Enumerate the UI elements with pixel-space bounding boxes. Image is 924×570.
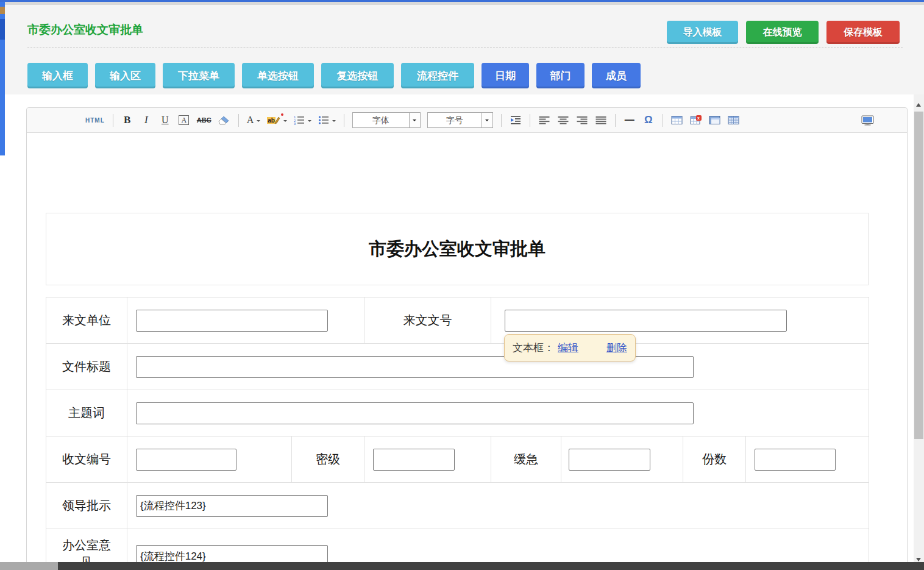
subject-word-input[interactable] <box>136 402 694 424</box>
edit-control-link[interactable]: 编辑 <box>558 341 578 355</box>
chevron-down-icon <box>308 120 311 124</box>
svg-text:3: 3 <box>294 122 296 125</box>
align-right-icon <box>577 116 588 125</box>
form-input-cell <box>127 436 292 483</box>
widget-button-input-box[interactable]: 输入框 <box>27 63 88 88</box>
incoming-unit-input[interactable] <box>136 310 328 332</box>
monitor-icon <box>861 115 874 126</box>
table-properties-button[interactable] <box>728 112 740 128</box>
align-justify-button[interactable] <box>595 112 607 128</box>
editor-content[interactable]: 市委办公室收文审批单 来文单位 来文文号 文件标题 <box>27 133 907 570</box>
svg-text:x: x <box>697 116 700 120</box>
toolbar-separator <box>501 114 502 127</box>
incoming-unit-label: 来文单位 <box>46 297 127 344</box>
widget-button-textarea[interactable]: 输入区 <box>95 63 155 88</box>
red-dot-icon <box>281 113 283 116</box>
eraser-icon <box>218 116 230 125</box>
copies-input[interactable] <box>755 449 836 471</box>
select-arrow-icon <box>482 113 492 127</box>
toolbar-separator <box>615 114 616 127</box>
bold-button[interactable]: B <box>121 112 133 128</box>
text-style-button[interactable]: A <box>178 112 190 128</box>
header-divider <box>27 47 903 48</box>
align-left-button[interactable] <box>538 112 550 128</box>
highlight-color-button[interactable]: ab <box>267 112 287 128</box>
delete-table-button[interactable]: x <box>690 112 702 128</box>
insert-table-button[interactable] <box>671 112 683 128</box>
form-input-cell <box>364 436 491 483</box>
form-title: 市委办公室收文审批单 <box>46 213 869 285</box>
table-cell-properties-button[interactable] <box>709 112 721 128</box>
secrecy-level-input[interactable] <box>373 449 455 471</box>
widget-button-checkbox[interactable]: 复选按钮 <box>321 63 394 88</box>
control-tooltip: 文本框： 编辑 删除 <box>504 334 636 362</box>
form-input-cell <box>561 436 683 483</box>
form-input-cell <box>127 297 364 344</box>
scrollbar-thumb[interactable] <box>914 112 923 439</box>
underline-button[interactable]: U <box>159 112 171 128</box>
widget-button-date[interactable]: 日期 <box>482 63 529 88</box>
online-preview-button[interactable]: 在线预览 <box>746 21 819 44</box>
toolbar-separator <box>530 114 530 127</box>
form-input-cell <box>127 483 869 529</box>
bottom-bar-segment <box>0 562 58 570</box>
receipt-number-input[interactable] <box>136 449 236 471</box>
incoming-doc-number-label: 来文文号 <box>364 297 491 344</box>
table-row: 收文编号 密级 缓急 份数 <box>46 436 869 483</box>
strikethrough-button[interactable]: ABC <box>197 112 211 128</box>
bottom-bar <box>0 562 924 570</box>
background-window-edge <box>0 2 5 155</box>
form-input-cell <box>127 390 869 436</box>
font-family-select[interactable]: 字体 <box>352 112 421 128</box>
form-input-cell <box>127 344 869 390</box>
background-window-mark <box>0 19 5 40</box>
chevron-down-icon <box>332 120 336 124</box>
widget-button-dropdown[interactable]: 下拉菜单 <box>163 63 235 88</box>
copies-label: 份数 <box>683 436 746 483</box>
widget-button-member[interactable]: 成员 <box>592 63 641 88</box>
table-delete-icon: x <box>690 115 702 125</box>
horizontal-rule-button[interactable]: — <box>624 112 636 128</box>
widget-button-radio[interactable]: 单选按钮 <box>242 63 314 88</box>
italic-button[interactable]: I <box>140 112 152 128</box>
urgency-label: 缓急 <box>491 436 561 483</box>
fullscreen-button[interactable] <box>861 112 874 128</box>
widget-toolbar: 输入框 输入区 下拉菜单 单选按钮 复选按钮 流程控件 日期 部门 成员 <box>27 63 641 88</box>
scroll-up-arrow-icon[interactable] <box>916 101 921 107</box>
widget-button-department[interactable]: 部门 <box>536 63 585 88</box>
template-actions: 导入模板 在线预览 保存模板 <box>667 21 900 44</box>
indent-button[interactable] <box>510 112 522 128</box>
toolbar-separator <box>113 114 113 127</box>
rich-text-editor: HTML B I U A ABC A ab <box>26 107 908 570</box>
align-right-button[interactable] <box>576 112 588 128</box>
incoming-doc-number-input[interactable] <box>505 310 787 332</box>
unordered-list-button[interactable] <box>318 112 336 128</box>
font-family-label: 字体 <box>353 113 409 127</box>
widget-button-flow-control[interactable]: 流程控件 <box>401 63 474 88</box>
tooltip-label: 文本框： <box>513 341 554 355</box>
save-template-button[interactable]: 保存模板 <box>826 21 900 44</box>
delete-control-link[interactable]: 删除 <box>606 341 627 355</box>
import-template-button[interactable]: 导入模板 <box>667 21 738 44</box>
font-color-a-icon: A <box>247 115 254 126</box>
chevron-down-icon <box>257 120 260 124</box>
align-center-icon <box>558 116 569 125</box>
document-title-label: 文件标题 <box>46 344 127 390</box>
font-size-select[interactable]: 字号 <box>427 112 493 128</box>
source-code-button[interactable]: HTML <box>85 112 105 128</box>
remove-format-button[interactable] <box>218 112 230 128</box>
table-grid-icon <box>728 115 739 125</box>
toolbar-separator <box>663 114 663 127</box>
urgency-input[interactable] <box>569 449 650 471</box>
vertical-scrollbar[interactable] <box>914 94 924 570</box>
editor-toolbar: HTML B I U A ABC A ab <box>27 108 907 133</box>
special-char-button[interactable]: Ω <box>642 112 655 128</box>
leader-comment-input[interactable] <box>136 495 328 517</box>
unordered-list-icon <box>318 115 329 125</box>
font-size-label: 字号 <box>428 113 482 127</box>
chevron-down-icon <box>283 120 287 124</box>
align-left-icon <box>539 116 550 125</box>
align-center-button[interactable] <box>557 112 569 128</box>
ordered-list-button[interactable]: 1 2 3 <box>294 112 311 128</box>
font-color-button[interactable]: A <box>247 112 261 128</box>
